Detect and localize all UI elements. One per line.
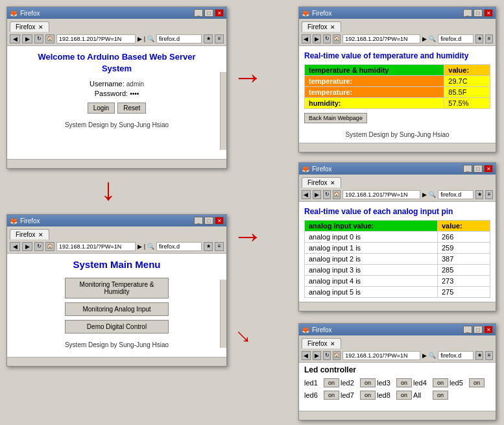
address-bar[interactable]: [56, 34, 136, 43]
bookmark-button-2[interactable]: ★: [204, 242, 213, 251]
digital-control-button[interactable]: Demo Digital Control: [65, 320, 169, 334]
menu-button-4[interactable]: ≡: [485, 190, 493, 199]
menu-button-5[interactable]: ≡: [485, 351, 493, 360]
reset-button[interactable]: Reset: [117, 103, 146, 114]
th-tab-label: Firefox: [307, 23, 328, 30]
forward-button-2[interactable]: ▶: [22, 242, 32, 251]
back-button-2[interactable]: ◀: [10, 242, 20, 251]
home-button[interactable]: 🏠: [45, 34, 54, 43]
address-bar-2[interactable]: [56, 242, 136, 251]
close-button-4[interactable]: ✕: [484, 165, 493, 173]
back-button[interactable]: ◀: [10, 34, 20, 43]
main-menu-tab-close[interactable]: ✕: [38, 232, 43, 238]
bookmark-button-4[interactable]: ★: [475, 190, 483, 199]
th-tabs: Firefox ✕: [299, 19, 496, 32]
firefox-logo-icon-4: 🦊: [302, 165, 309, 173]
minimize-button-4[interactable]: _: [463, 165, 472, 173]
address-bar-3[interactable]: [342, 34, 420, 43]
all-leds-on-button[interactable]: on: [433, 391, 448, 400]
bookmark-button-3[interactable]: ★: [475, 34, 483, 43]
menu-button-2[interactable]: ≡: [215, 242, 224, 251]
reload-button-2[interactable]: ↻: [34, 242, 43, 251]
minimize-button-3[interactable]: _: [463, 9, 472, 17]
search-bar[interactable]: [156, 34, 202, 43]
search-bar-4[interactable]: [438, 190, 474, 199]
reload-button-4[interactable]: ↻: [323, 190, 331, 199]
led6-on-button[interactable]: on: [324, 391, 339, 400]
ai-tab[interactable]: Firefox ✕: [302, 177, 341, 188]
th-back-button[interactable]: Back Main Webpage: [304, 113, 367, 123]
close-button-2[interactable]: ✕: [215, 217, 224, 225]
reload-button-5[interactable]: ↻: [323, 351, 331, 360]
led5-on-button[interactable]: on: [469, 378, 485, 387]
search-icon-2: 🔍: [147, 243, 154, 250]
ai-row1-value: 259: [437, 243, 490, 254]
ai-row4-value: 273: [437, 276, 490, 287]
th-window-title: Firefox: [312, 10, 332, 17]
bookmark-button-5[interactable]: ★: [475, 351, 483, 360]
led-tab[interactable]: Firefox ✕: [302, 338, 341, 348]
minimize-button-2[interactable]: _: [194, 217, 203, 225]
login-button[interactable]: Login: [88, 103, 115, 114]
address-bar-4[interactable]: [342, 190, 420, 199]
right-arrow-1: →: [232, 62, 263, 93]
close-button-5[interactable]: ✕: [484, 326, 493, 334]
list-item: Allon: [413, 391, 448, 400]
led3-label: led3: [377, 379, 395, 387]
search-bar-5[interactable]: [438, 351, 474, 360]
login-tab-close[interactable]: ✕: [38, 24, 43, 30]
menu-button[interactable]: ≡: [215, 34, 224, 43]
close-button-3[interactable]: ✕: [484, 9, 493, 17]
th-tab-close[interactable]: ✕: [330, 24, 335, 30]
forward-button-4[interactable]: ▶: [313, 190, 322, 199]
led7-on-button[interactable]: on: [360, 391, 376, 400]
home-button-5[interactable]: 🏠: [333, 351, 341, 360]
search-bar-2[interactable]: [156, 242, 202, 251]
login-tab[interactable]: Firefox ✕: [10, 21, 49, 32]
maximize-button[interactable]: □: [204, 9, 213, 17]
back-button-3[interactable]: ◀: [302, 34, 311, 43]
main-menu-tab[interactable]: Firefox ✕: [10, 229, 49, 239]
home-button-3[interactable]: 🏠: [333, 34, 341, 43]
led2-on-button[interactable]: on: [360, 378, 376, 387]
login-toolbar: ◀ ▶ ↻ 🏠 ▶ | 🔍 ★ ≡: [7, 32, 226, 46]
main-menu-tab-label: Firefox: [16, 231, 36, 238]
analog-input-button[interactable]: Monitoring Analog Input: [65, 302, 169, 316]
home-button-4[interactable]: 🏠: [333, 190, 341, 199]
back-button-4[interactable]: ◀: [302, 190, 311, 199]
th-tab[interactable]: Firefox ✕: [302, 21, 341, 32]
maximize-button-2[interactable]: □: [204, 217, 213, 225]
led8-on-button[interactable]: on: [396, 391, 412, 400]
home-button-2[interactable]: 🏠: [45, 242, 54, 251]
ai-page-title: Real-time value of each analog input pin: [304, 207, 490, 216]
forward-button-5[interactable]: ▶: [313, 351, 322, 360]
maximize-button-5[interactable]: □: [474, 326, 483, 334]
search-bar-3[interactable]: [438, 34, 474, 43]
ai-row3-value: 285: [437, 265, 490, 276]
reload-button-3[interactable]: ↻: [323, 34, 331, 43]
forward-button-3[interactable]: ▶: [313, 34, 322, 43]
maximize-button-4[interactable]: □: [474, 165, 483, 173]
led1-on-button[interactable]: on: [324, 378, 339, 387]
ai-row4-label: analog input 4 is: [305, 276, 438, 287]
maximize-button-3[interactable]: □: [474, 9, 483, 17]
ai-tab-close[interactable]: ✕: [330, 180, 335, 186]
minimize-button[interactable]: _: [194, 9, 203, 17]
temp-humidity-button[interactable]: Monitoring Temperature & Humidity: [65, 278, 169, 298]
bookmark-button[interactable]: ★: [204, 34, 213, 43]
led3-on-button[interactable]: on: [396, 378, 412, 387]
back-button-5[interactable]: ◀: [302, 351, 311, 360]
led-tab-close[interactable]: ✕: [330, 341, 335, 347]
scrollbar[interactable]: [220, 72, 226, 150]
login-footer: System Design by Sung-Jung Hsiao: [12, 121, 221, 128]
menu-button-3[interactable]: ≡: [485, 34, 493, 43]
minimize-button-5[interactable]: _: [463, 326, 472, 334]
close-button[interactable]: ✕: [215, 9, 224, 17]
forward-button[interactable]: ▶: [22, 34, 32, 43]
address-bar-5[interactable]: [342, 351, 420, 360]
reload-button[interactable]: ↻: [34, 34, 43, 43]
th-footer: System Design by Sung-Jung Hsiao: [304, 131, 490, 138]
scrollbar-2[interactable]: [220, 280, 226, 348]
login-statusbar: [7, 159, 226, 168]
led4-on-button[interactable]: on: [433, 378, 448, 387]
